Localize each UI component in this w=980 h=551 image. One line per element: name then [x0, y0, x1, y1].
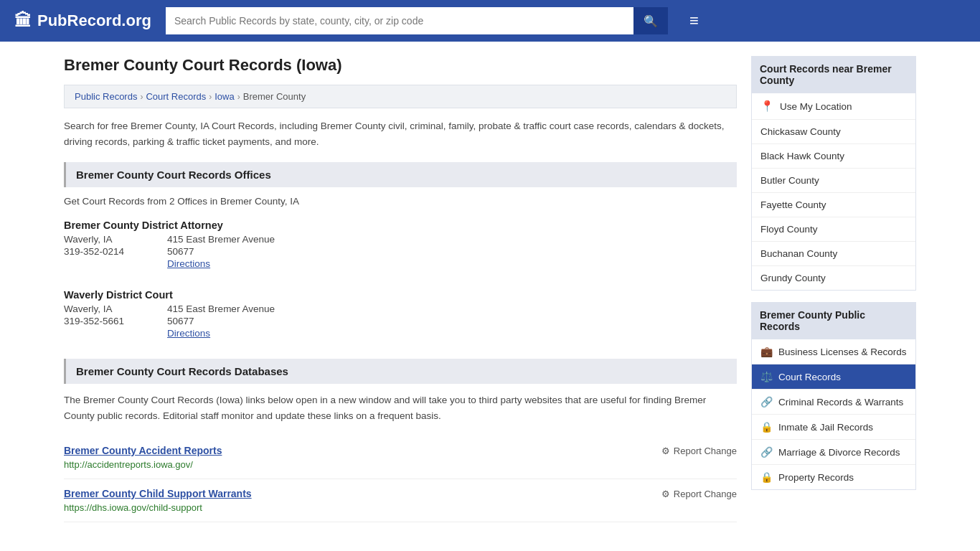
offices-count: Get Court Records from 2 Offices in Brem…: [64, 196, 737, 207]
content-area: Bremer County Court Records (Iowa) Publi…: [64, 56, 737, 522]
nearby-county-5[interactable]: Buchanan County: [752, 242, 915, 266]
page-title: Bremer County Court Records (Iowa): [64, 56, 737, 75]
office-directions-1[interactable]: Directions: [167, 328, 275, 339]
nearby-county-3[interactable]: Fayette County: [752, 193, 915, 217]
search-icon: 🔍: [644, 15, 658, 27]
db-item-title-1[interactable]: Bremer County Child Support Warrants: [64, 488, 252, 499]
office-phone-0: 319-352-0214: [64, 246, 124, 257]
office-entry-0: Bremer County District Attorney Waverly,…: [64, 220, 737, 269]
db-item-0: Bremer County Accident Reports ⚙ Report …: [64, 436, 737, 479]
jail-icon: 🔒: [760, 421, 773, 433]
report-change-icon-0: ⚙: [661, 446, 670, 456]
public-records-item-0[interactable]: 💼 Business Licenses & Records: [752, 339, 915, 364]
use-location-text: Use My Location: [780, 101, 852, 112]
search-button[interactable]: 🔍: [633, 7, 668, 34]
nearby-county-1[interactable]: Black Hawk County: [752, 144, 915, 169]
databases-description: The Bremer County Court Records (Iowa) l…: [64, 392, 737, 423]
db-item-title-0[interactable]: Bremer County Accident Reports: [64, 445, 222, 456]
public-records-item-2[interactable]: 🔗 Criminal Records & Warrants: [752, 390, 915, 415]
office-right-0: 415 East Bremer Avenue 50677 Directions: [167, 234, 275, 269]
report-change-icon-1: ⚙: [661, 489, 670, 499]
nearby-list: 📍 Use My Location Chickasaw County Black…: [751, 93, 916, 291]
marriage-icon: 🔗: [760, 446, 773, 458]
office-address-0: 415 East Bremer Avenue: [167, 234, 275, 245]
office-zip-0: 50677: [167, 246, 275, 257]
breadcrumb: Public Records › Court Records › Iowa › …: [64, 85, 737, 108]
property-icon: 🔒: [760, 471, 773, 483]
public-records-header: Bremer County Public Records: [751, 302, 916, 339]
db-item-header-1: Bremer County Child Support Warrants ⚙ R…: [64, 488, 737, 499]
criminal-icon: 🔗: [760, 396, 773, 408]
header: 🏛 PubRecord.org 🔍 ≡: [0, 0, 980, 42]
office-city-1: Waverly, IA: [64, 303, 124, 314]
databases-section-header: Bremer County Court Records Databases: [64, 359, 737, 384]
nearby-county-6[interactable]: Grundy County: [752, 266, 915, 290]
logo-icon: 🏛: [14, 11, 32, 31]
nearby-section-header: Court Records near Bremer County: [751, 56, 916, 93]
office-name-1: Waverly District Court: [64, 289, 737, 301]
breadcrumb-current: Bremer County: [243, 91, 306, 102]
page-description: Search for free Bremer County, IA Court …: [64, 118, 737, 149]
db-item-url-1[interactable]: https://dhs.iowa.gov/child-support: [64, 502, 737, 513]
search-input[interactable]: [166, 7, 633, 34]
nearby-county-4[interactable]: Floyd County: [752, 217, 915, 242]
office-phone-1: 319-352-5661: [64, 316, 124, 326]
office-right-1: 415 East Bremer Avenue 50677 Directions: [167, 303, 275, 339]
public-records-section: Bremer County Public Records 💼 Business …: [751, 302, 916, 490]
db-item-url-0[interactable]: http://accidentreports.iowa.gov/: [64, 459, 737, 470]
public-records-item-5[interactable]: 🔒 Property Records: [752, 465, 915, 489]
menu-icon: ≡: [689, 11, 699, 29]
report-change-1[interactable]: ⚙ Report Change: [661, 489, 737, 499]
nearby-county-2[interactable]: Butler County: [752, 169, 915, 193]
public-records-item-4[interactable]: 🔗 Marriage & Divorce Records: [752, 440, 915, 465]
office-city-0: Waverly, IA: [64, 234, 124, 245]
db-item-1: Bremer County Child Support Warrants ⚙ R…: [64, 479, 737, 522]
office-name-0: Bremer County District Attorney: [64, 220, 737, 231]
offices-section-header: Bremer County Court Records Offices: [64, 162, 737, 187]
search-area: 🔍: [166, 7, 668, 34]
office-row-0: Waverly, IA 319-352-0214 415 East Bremer…: [64, 234, 737, 269]
nearby-county-0[interactable]: Chickasaw County: [752, 120, 915, 144]
main-container: Bremer County Court Records (Iowa) Publi…: [52, 42, 928, 537]
public-records-item-3[interactable]: 🔒 Inmate & Jail Records: [752, 415, 915, 440]
office-left-1: Waverly, IA 319-352-5661: [64, 303, 124, 339]
sidebar: Court Records near Bremer County 📍 Use M…: [751, 56, 916, 522]
court-icon: ⚖️: [760, 371, 773, 382]
office-address-1: 415 East Bremer Avenue: [167, 303, 275, 314]
office-left-0: Waverly, IA 319-352-0214: [64, 234, 124, 269]
office-directions-0[interactable]: Directions: [167, 258, 275, 269]
business-icon: 💼: [760, 346, 773, 357]
office-entry-1: Waverly District Court Waverly, IA 319-3…: [64, 289, 737, 339]
db-item-header-0: Bremer County Accident Reports ⚙ Report …: [64, 445, 737, 456]
logo[interactable]: 🏛 PubRecord.org: [14, 11, 151, 31]
breadcrumb-iowa[interactable]: Iowa: [215, 91, 234, 102]
breadcrumb-public-records[interactable]: Public Records: [75, 91, 137, 102]
menu-button[interactable]: ≡: [689, 11, 699, 30]
logo-text: PubRecord.org: [37, 11, 151, 30]
public-records-list: 💼 Business Licenses & Records ⚖️ Court R…: [751, 339, 916, 490]
office-row-1: Waverly, IA 319-352-5661 415 East Bremer…: [64, 303, 737, 339]
public-records-item-1[interactable]: ⚖️ Court Records: [752, 364, 915, 390]
report-change-0[interactable]: ⚙ Report Change: [661, 446, 737, 456]
nearby-section: Court Records near Bremer County 📍 Use M…: [751, 56, 916, 291]
use-my-location[interactable]: 📍 Use My Location: [752, 93, 915, 120]
breadcrumb-court-records[interactable]: Court Records: [146, 91, 206, 102]
office-zip-1: 50677: [167, 316, 275, 326]
location-pin-icon: 📍: [760, 100, 774, 113]
